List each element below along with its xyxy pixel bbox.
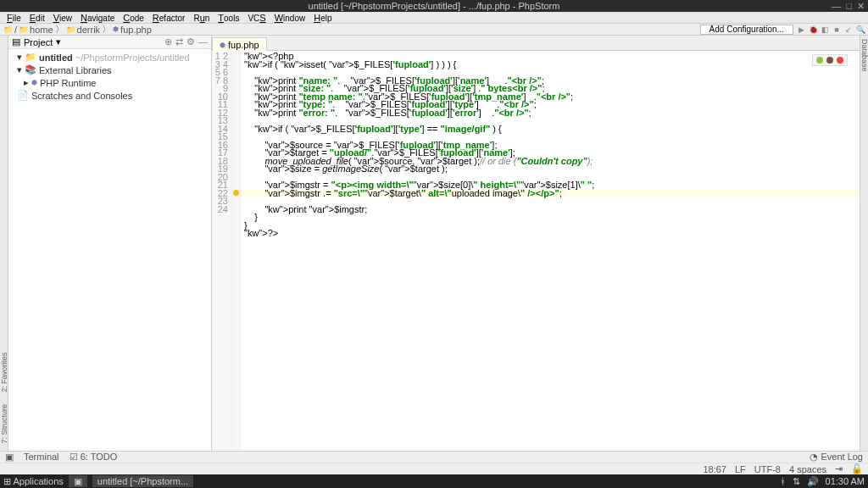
menu-window[interactable]: Window: [271, 13, 309, 23]
search-icon[interactable]: 🔍: [856, 25, 865, 34]
menu-tools[interactable]: Tools: [214, 13, 242, 23]
menu-vcs[interactable]: VCS: [244, 13, 269, 23]
project-sidebar: ▤ Project ▾ ⊕ ⇄ ⚙ — ▾📁untitled ~/Phpstor…: [8, 36, 212, 451]
line-ending[interactable]: LF: [735, 464, 746, 474]
menu-code[interactable]: Code: [120, 13, 147, 23]
terminal-tab[interactable]: Terminal: [24, 452, 59, 463]
minimize-icon[interactable]: —: [832, 1, 841, 12]
todo-tab[interactable]: ☑ 6: TODO: [70, 452, 118, 463]
close-icon[interactable]: ✕: [857, 1, 865, 12]
tree-node-project: ▾📁untitled ~/PhpstormProjects/untitled: [12, 51, 208, 64]
expand-icon[interactable]: ⇄: [175, 36, 183, 47]
code-content[interactable]: "kw"><?php "kw">if ( "kw">isset( "var">$…: [241, 51, 860, 451]
tray-bluetooth-icon[interactable]: ᚼ: [780, 476, 786, 486]
breadcrumb[interactable]: derrik: [77, 25, 101, 35]
tree-node-php-runtime: ▸⬢PHP Runtime: [12, 76, 208, 89]
os-taskbar: ⊞ Applications ▣ untitled [~/Phpstorm...…: [0, 474, 868, 488]
left-bottom-tabs[interactable]: 2: Favorites 7: Structure: [0, 36, 8, 451]
stop-icon[interactable]: ■: [832, 25, 841, 34]
window-titlebar: untitled [~/PhpstormProjects/untitled] -…: [0, 0, 868, 12]
gear-icon[interactable]: ⚙: [186, 36, 195, 47]
gutter-icons: [232, 51, 241, 451]
select-opened-icon[interactable]: ⊕: [164, 36, 172, 47]
code-editor[interactable]: 1 2 3 4 5 6 7 8 9 10 11 12 13 14 15 16 1…: [212, 51, 860, 451]
event-log-tab[interactable]: ◔ Event Log: [810, 452, 863, 462]
menu-refactor[interactable]: Refactor: [149, 13, 189, 23]
tray-network-icon[interactable]: ⇅: [793, 476, 800, 487]
window-title: untitled [~/PhpstormProjects/untitled] -…: [309, 1, 560, 11]
lock-icon[interactable]: 🔓: [851, 463, 863, 474]
structure-tab[interactable]: 7: Structure: [0, 401, 8, 447]
tree-node-external: ▾📚External Libraries: [12, 64, 208, 76]
status-bar: 18:67 LF UTF-8 4 spaces ⇥ 🔓: [0, 463, 868, 474]
right-toolwindow-bar[interactable]: Database: [860, 36, 868, 451]
sidebar-title: ▤: [12, 36, 20, 47]
maximize-icon[interactable]: □: [846, 1, 852, 12]
folder-icon: 📁: [3, 25, 13, 34]
intention-bulb-icon[interactable]: [233, 190, 239, 196]
project-tree[interactable]: ▾📁untitled ~/PhpstormProjects/untitled ▾…: [8, 49, 211, 103]
apps-menu[interactable]: ⊞ Applications: [3, 476, 64, 487]
navigation-bar: 📁/ 📁home〉 📁derrik〉 ⬢fup.php Add Configur…: [0, 24, 868, 36]
folder-icon: 📁: [19, 25, 28, 34]
cursor-position[interactable]: 18:67: [703, 464, 726, 474]
menu-edit[interactable]: Edit: [26, 13, 48, 23]
breadcrumb[interactable]: fup.php: [120, 25, 152, 35]
encoding[interactable]: UTF-8: [754, 464, 781, 474]
toolwindow-icon[interactable]: ▣: [5, 452, 14, 463]
editor-area: ⬢ fup.php 1 2 3 4 5 6 7 8 9 10 11 12 13 …: [212, 36, 860, 451]
menu-help[interactable]: Help: [310, 13, 335, 23]
editor-tabs: ⬢ fup.php: [212, 36, 860, 51]
debug-icon[interactable]: 🐞: [809, 25, 817, 34]
menu-view[interactable]: View: [50, 13, 75, 23]
php-icon: ⬢: [220, 42, 225, 49]
indent[interactable]: 4 spaces: [789, 464, 826, 474]
taskbar-app[interactable]: ▣: [69, 475, 87, 487]
tool-window-bar: ▣ Terminal ☑ 6: TODO ◔ Event Log: [0, 451, 868, 463]
tray-volume-icon[interactable]: 🔊: [807, 476, 819, 487]
hide-icon[interactable]: —: [198, 36, 208, 47]
database-tab[interactable]: Database: [860, 36, 868, 75]
menu-file[interactable]: File: [3, 13, 25, 23]
add-configuration-button[interactable]: Add Configuration...: [700, 25, 793, 35]
breadcrumb[interactable]: home: [30, 25, 53, 35]
favorites-tab[interactable]: 2: Favorites: [0, 349, 8, 396]
php-icon: ⬢: [113, 25, 119, 33]
taskbar-app[interactable]: untitled [~/Phpstorm...: [92, 475, 193, 487]
tray-clock[interactable]: 01:30 AM: [826, 476, 865, 486]
menu-bar: File Edit View Navigate Code Refactor Ru…: [0, 12, 868, 24]
tree-node-scratches: 📄Scratches and Consoles: [12, 89, 208, 102]
menu-navigate[interactable]: Navigate: [77, 13, 118, 23]
folder-icon: 📁: [66, 25, 75, 34]
file-tab[interactable]: ⬢ fup.php: [212, 37, 267, 51]
coverage-icon[interactable]: ◧: [821, 25, 829, 34]
run-icon[interactable]: ▶: [797, 25, 805, 34]
line-gutter: 1 2 3 4 5 6 7 8 9 10 11 12 13 14 15 16 1…: [212, 51, 232, 451]
menu-run[interactable]: Run: [190, 13, 213, 23]
vcs-icon[interactable]: ↙: [844, 25, 853, 34]
indent-icon[interactable]: ⇥: [835, 463, 843, 474]
